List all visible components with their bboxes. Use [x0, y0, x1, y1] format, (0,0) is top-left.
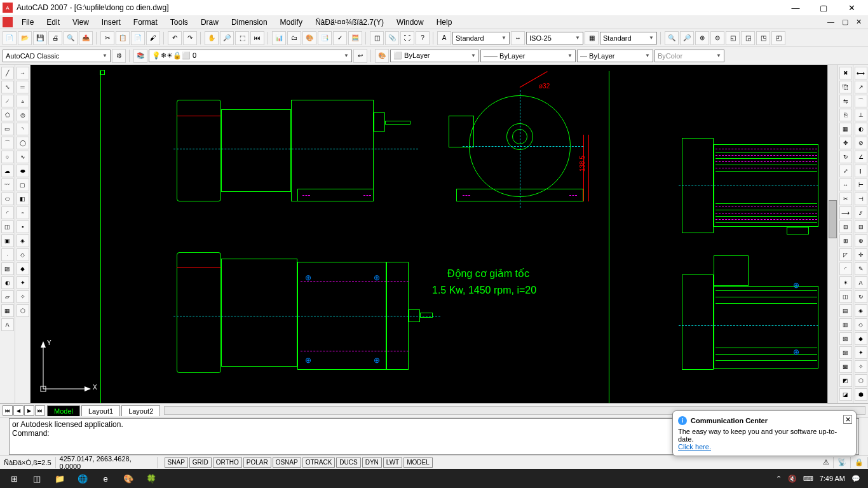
erase-icon[interactable]: ✖	[839, 67, 852, 79]
gradient-icon[interactable]: ◐	[1, 276, 14, 289]
workspace-settings-icon[interactable]: ⚙	[112, 49, 126, 63]
trim-icon[interactable]: ✂	[839, 193, 852, 205]
dimbase-icon[interactable]: ⊢	[855, 179, 867, 191]
tray-notifications-icon[interactable]: 💬	[851, 475, 860, 483]
mdi-restore[interactable]: ▢	[838, 18, 852, 26]
markup-icon[interactable]: ✓	[333, 31, 347, 45]
tool18-icon[interactable]: ⬡	[17, 304, 29, 317]
copy-icon[interactable]: 📋	[116, 31, 130, 45]
zoom-prev-icon[interactable]: ⏮	[250, 31, 264, 45]
mod19-icon[interactable]: ▥	[839, 318, 852, 331]
menu-help[interactable]: Help	[430, 17, 459, 28]
tray-network-icon[interactable]: 🔇	[788, 475, 797, 483]
cut-icon[interactable]: ✂	[100, 31, 114, 45]
toggle-ortho[interactable]: ORTHO	[213, 458, 242, 468]
menu-tools[interactable]: Tools	[164, 17, 194, 28]
tolerance-icon[interactable]: ⊕	[855, 234, 867, 247]
zoom7-icon[interactable]: ◳	[756, 31, 770, 45]
3dpoly-icon[interactable]: ⟁	[17, 95, 29, 107]
zoom1-icon[interactable]: 🔍	[665, 31, 679, 45]
textstyle-combo[interactable]: Standard▼	[452, 32, 510, 44]
zoom5-icon[interactable]: ◱	[726, 31, 740, 45]
dimaligned-icon[interactable]: ↗	[855, 81, 867, 93]
plotstyle-combo[interactable]: — ByLayer▼	[577, 50, 653, 62]
dimedit-icon[interactable]: ✎	[855, 262, 867, 275]
dim19-icon[interactable]: ◇	[855, 318, 867, 331]
tool12-icon[interactable]: ▪	[17, 220, 29, 233]
tab-model[interactable]: Model	[47, 405, 80, 416]
mtext-icon[interactable]: A	[1, 318, 14, 331]
tab-next[interactable]: ▶	[24, 405, 34, 416]
sheetset-icon[interactable]: 📑	[318, 31, 332, 45]
mdi-close[interactable]: ✕	[852, 18, 865, 26]
menu-view[interactable]: View	[66, 17, 95, 28]
menu-modify[interactable]: Modify	[274, 17, 309, 28]
tab-layout1[interactable]: Layout1	[81, 405, 120, 416]
dimrad-icon[interactable]: ◐	[855, 123, 867, 135]
tab-last[interactable]: ⏭	[35, 405, 45, 416]
workspace-combo[interactable]: AutoCAD Classic▼	[3, 50, 111, 62]
tool13-icon[interactable]: ◈	[17, 234, 29, 247]
tab-layout2[interactable]: Layout2	[121, 405, 160, 416]
preview-icon[interactable]: 🔍	[64, 31, 78, 45]
dimbreak-icon[interactable]: ⊟	[855, 220, 867, 233]
status-comm-icon[interactable]: 📡	[834, 457, 851, 468]
xline-icon[interactable]: ⤡	[1, 81, 14, 93]
menu-draw[interactable]: Draw	[194, 17, 225, 28]
mod18-icon[interactable]: ▤	[839, 304, 852, 317]
tool11-icon[interactable]: ▫	[17, 207, 29, 219]
move-icon[interactable]: ✥	[839, 137, 852, 149]
ray-icon[interactable]: →	[17, 67, 29, 79]
zoom8-icon[interactable]: ◰	[771, 31, 785, 45]
offset-icon[interactable]: ⎘	[839, 109, 852, 121]
menu-insert[interactable]: Insert	[95, 17, 127, 28]
mline-icon[interactable]: ═	[17, 81, 29, 93]
undo-icon[interactable]: ↶	[168, 31, 182, 45]
spline2-icon[interactable]: ∿	[17, 151, 29, 163]
toggle-otrack[interactable]: OTRACK	[302, 458, 336, 468]
linetype-combo[interactable]: ⬜ ByLayer▼	[390, 50, 479, 62]
color-icon[interactable]: 🎨	[375, 49, 389, 63]
mod23-icon[interactable]: ◩	[839, 374, 852, 387]
toggle-ducs[interactable]: DUCS	[336, 458, 360, 468]
arc-icon[interactable]: ⌒	[1, 137, 14, 149]
pan-icon[interactable]: ✋	[205, 31, 219, 45]
mirror-icon[interactable]: ⇋	[839, 95, 852, 107]
zoom-win-icon[interactable]: ⬚	[235, 31, 249, 45]
app2-icon[interactable]: 🍀	[140, 470, 163, 487]
zoom-rt-icon[interactable]: 🔎	[220, 31, 234, 45]
maximize-button[interactable]: ▢	[810, 0, 837, 15]
ref-icon[interactable]: 📎	[385, 31, 399, 45]
extend-icon[interactable]: ⟶	[839, 207, 852, 219]
balloon-link[interactable]: Click here.	[678, 443, 711, 451]
mod24-icon[interactable]: ◪	[839, 388, 852, 401]
spline-icon[interactable]: 〰	[1, 179, 14, 191]
toggle-grid[interactable]: GRID	[189, 458, 212, 468]
zoom4-icon[interactable]: ⊖	[710, 31, 724, 45]
mod21-icon[interactable]: ▨	[839, 346, 852, 359]
wipeout-icon[interactable]: ◧	[17, 193, 29, 205]
dimcont-icon[interactable]: ⊣	[855, 193, 867, 205]
cleanscreen-icon[interactable]: ⛶	[400, 31, 414, 45]
zoom2-icon[interactable]: 🔎	[680, 31, 694, 45]
mod20-icon[interactable]: ▧	[839, 332, 852, 345]
ellipse2-icon[interactable]: ⬬	[17, 165, 29, 177]
menu-window[interactable]: Window	[390, 17, 430, 28]
dimord-icon[interactable]: ⊥	[855, 109, 867, 121]
menu-dimension[interactable]: Dimension	[225, 17, 274, 28]
tool17-icon[interactable]: ✧	[17, 290, 29, 303]
block-icon[interactable]: ◫	[370, 31, 384, 45]
tray-clock[interactable]: 7:49 AM	[820, 475, 845, 482]
tool16-icon[interactable]: ✦	[17, 276, 29, 289]
arc2-icon[interactable]: ◝	[17, 123, 29, 135]
dimstyle-combo[interactable]: ISO-25▼	[526, 32, 583, 44]
tablestyle-combo[interactable]: Standard▼	[600, 32, 657, 44]
tablestyle-icon[interactable]: ▦	[585, 31, 599, 45]
save-icon[interactable]: 💾	[33, 31, 47, 45]
paste-icon[interactable]: 📄	[131, 31, 145, 45]
dimang-icon[interactable]: ∠	[855, 151, 867, 163]
hatch-icon[interactable]: ▨	[1, 262, 14, 275]
textstyle-icon[interactable]: A	[437, 31, 451, 45]
ellipse-icon[interactable]: ⬭	[1, 193, 14, 205]
boundary-icon[interactable]: ▢	[17, 179, 29, 191]
